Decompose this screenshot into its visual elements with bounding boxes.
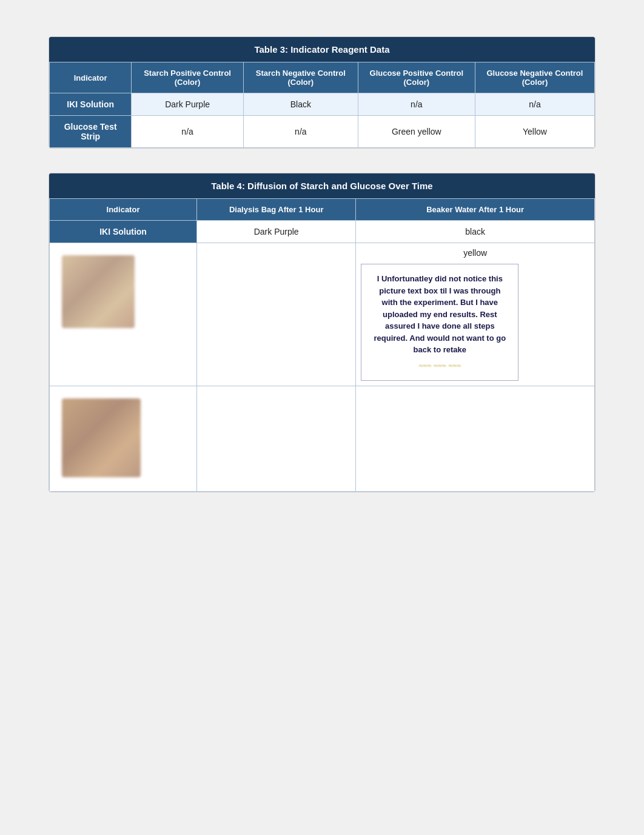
table4-row2-indicator xyxy=(50,243,197,386)
table4-row2-dialysis xyxy=(197,243,356,386)
table3-row1-starch-neg: Black xyxy=(243,93,358,116)
note-box: I Unfortunatley did not notice this pict… xyxy=(361,264,518,381)
table3-row1-starch-pos: Dark Purple xyxy=(132,93,244,116)
table3-row1-glucose-neg: n/a xyxy=(475,93,594,116)
table3-row2-starch-neg: n/a xyxy=(243,116,358,148)
table4-container: Table 4: Diffusion of Starch and Glucose… xyxy=(49,173,595,492)
table3-row2-glucose-neg: Yellow xyxy=(475,116,594,148)
table4-row2-beaker-cell: yellow I Unfortunatley did not notice th… xyxy=(356,243,595,386)
table4-header-dialysis: Dialysis Bag After 1 Hour xyxy=(197,199,356,221)
table3-header-glucose-neg: Glucose Negative Control (Color) xyxy=(475,62,594,93)
table4-row1-indicator: IKI Solution xyxy=(50,221,197,243)
table3: Indicator Starch Positive Control (Color… xyxy=(49,62,595,148)
table-row: IKI Solution Dark Purple black xyxy=(50,221,595,243)
experiment-image-1 xyxy=(62,255,135,328)
table3-header-starch-pos: Starch Positive Control (Color) xyxy=(132,62,244,93)
table4-header-beaker: Beaker Water After 1 Hour xyxy=(356,199,595,221)
table4-row2-beaker: yellow xyxy=(361,248,589,264)
blurred-signature: ~~~ ~~~ ~~~ xyxy=(371,361,508,372)
table4-row1-dialysis: Dark Purple xyxy=(197,221,356,243)
table3-header-starch-neg: Starch Negative Control (Color) xyxy=(243,62,358,93)
table3-row2-indicator: Glucose Test Strip xyxy=(50,116,132,148)
table3-row2-glucose-pos: Green yellow xyxy=(358,116,475,148)
table3-container: Table 3: Indicator Reagent Data Indicato… xyxy=(49,36,595,149)
table4-row1-beaker: black xyxy=(356,221,595,243)
table3-title: Table 3: Indicator Reagent Data xyxy=(49,37,595,62)
table3-header-indicator: Indicator xyxy=(50,62,132,93)
table3-row2-starch-pos: n/a xyxy=(132,116,244,148)
table3-row1-indicator: IKI Solution xyxy=(50,93,132,116)
table4-bottom-dialysis xyxy=(197,386,356,491)
table-row: Glucose Test Strip n/a n/a Green yellow … xyxy=(50,116,595,148)
table-row: IKI Solution Dark Purple Black n/a n/a xyxy=(50,93,595,116)
table4-bottom-beaker xyxy=(356,386,595,491)
table3-header-glucose-pos: Glucose Positive Control (Color) xyxy=(358,62,475,93)
table4: Indicator Dialysis Bag After 1 Hour Beak… xyxy=(49,198,595,492)
table4-title: Table 4: Diffusion of Starch and Glucose… xyxy=(49,173,595,198)
experiment-image-2 xyxy=(62,398,141,477)
table4-bottom-image-cell xyxy=(50,386,197,491)
table3-row1-glucose-pos: n/a xyxy=(358,93,475,116)
table-row xyxy=(50,386,595,491)
note-text: I Unfortunatley did not notice this pict… xyxy=(374,274,506,354)
table-row: yellow I Unfortunatley did not notice th… xyxy=(50,243,595,386)
table4-header-indicator: Indicator xyxy=(50,199,197,221)
